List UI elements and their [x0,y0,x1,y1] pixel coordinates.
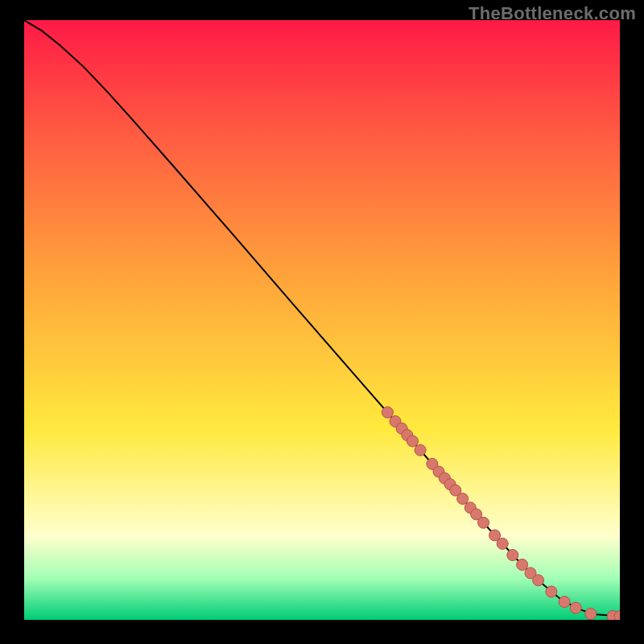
data-point [382,407,393,418]
data-point [517,559,528,570]
data-point [585,609,597,620]
data-point [570,602,581,613]
plot-area [24,20,620,620]
data-point [457,493,469,505]
watermark-text: TheBottleneck.com [469,3,636,24]
data-point [559,597,570,608]
bottleneck-curve [24,20,620,617]
data-point [415,444,426,456]
data-point [497,538,508,549]
chart-frame: TheBottleneck.com [0,0,644,644]
highlighted-points-group [382,407,620,620]
data-point [533,575,544,586]
data-point [478,517,489,528]
data-point [507,550,518,561]
data-point [546,586,557,597]
data-point [407,436,418,447]
curve-layer [24,20,620,620]
